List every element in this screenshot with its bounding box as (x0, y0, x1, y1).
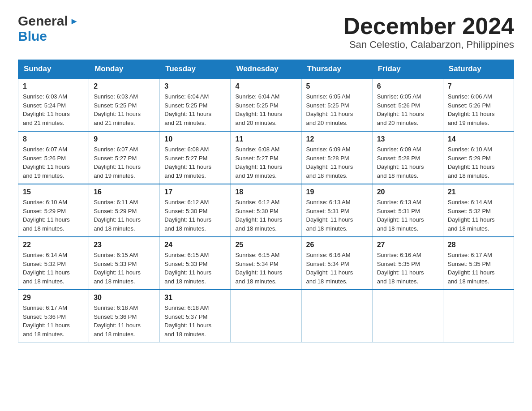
title-block: December 2024 San Celestio, Calabarzon, … (343, 13, 514, 51)
calendar-cell: 5 Sunrise: 6:05 AMSunset: 5:25 PMDayligh… (301, 78, 372, 131)
day-info: Sunrise: 6:07 AMSunset: 5:26 PMDaylight:… (23, 146, 70, 179)
calendar-cell: 4 Sunrise: 6:04 AMSunset: 5:25 PMDayligh… (231, 78, 301, 131)
calendar-cell: 22 Sunrise: 6:14 AMSunset: 5:32 PMDaylig… (18, 237, 89, 290)
day-number: 28 (448, 241, 509, 249)
day-info: Sunrise: 6:18 AMSunset: 5:36 PMDaylight:… (94, 304, 141, 338)
day-info: Sunrise: 6:09 AMSunset: 5:28 PMDaylight:… (306, 146, 353, 179)
day-info: Sunrise: 6:13 AMSunset: 5:31 PMDaylight:… (377, 199, 424, 232)
day-number: 10 (164, 135, 226, 143)
logo-blue: Blue (18, 29, 47, 43)
calendar-cell: 2 Sunrise: 6:03 AMSunset: 5:25 PMDayligh… (89, 78, 160, 131)
calendar-cell: 18 Sunrise: 6:12 AMSunset: 5:30 PMDaylig… (231, 184, 301, 237)
calendar-cell (301, 290, 372, 342)
day-info: Sunrise: 6:10 AMSunset: 5:29 PMDaylight:… (448, 146, 495, 179)
day-info: Sunrise: 6:12 AMSunset: 5:30 PMDaylight:… (164, 199, 211, 232)
calendar-week-3: 15 Sunrise: 6:10 AMSunset: 5:29 PMDaylig… (18, 184, 514, 237)
day-number: 12 (306, 135, 368, 143)
day-info: Sunrise: 6:04 AMSunset: 5:25 PMDaylight:… (235, 93, 282, 126)
day-info: Sunrise: 6:18 AMSunset: 5:37 PMDaylight:… (164, 304, 211, 338)
day-number: 13 (377, 135, 438, 143)
day-number: 27 (377, 241, 438, 249)
day-number: 2 (94, 82, 155, 90)
logo-arrow-icon: ► (70, 16, 79, 26)
calendar-cell: 11 Sunrise: 6:08 AMSunset: 5:27 PMDaylig… (231, 131, 301, 184)
day-info: Sunrise: 6:03 AMSunset: 5:25 PMDaylight:… (94, 93, 141, 126)
day-info: Sunrise: 6:16 AMSunset: 5:34 PMDaylight:… (306, 252, 353, 285)
day-info: Sunrise: 6:08 AMSunset: 5:27 PMDaylight:… (235, 146, 282, 179)
calendar-cell: 1 Sunrise: 6:03 AMSunset: 5:24 PMDayligh… (18, 78, 89, 131)
day-info: Sunrise: 6:16 AMSunset: 5:35 PMDaylight:… (377, 252, 424, 285)
day-info: Sunrise: 6:03 AMSunset: 5:24 PMDaylight:… (23, 93, 70, 126)
calendar-cell: 20 Sunrise: 6:13 AMSunset: 5:31 PMDaylig… (372, 184, 443, 237)
calendar-header-friday: Friday (372, 60, 443, 79)
day-info: Sunrise: 6:15 AMSunset: 5:34 PMDaylight:… (235, 252, 282, 285)
day-number: 26 (306, 241, 368, 249)
calendar-cell: 25 Sunrise: 6:15 AMSunset: 5:34 PMDaylig… (231, 237, 301, 290)
day-info: Sunrise: 6:09 AMSunset: 5:28 PMDaylight:… (377, 146, 424, 179)
day-info: Sunrise: 6:06 AMSunset: 5:26 PMDaylight:… (448, 93, 495, 126)
calendar-header-saturday: Saturday (443, 60, 514, 79)
page-title: December 2024 (343, 13, 514, 39)
day-info: Sunrise: 6:05 AMSunset: 5:25 PMDaylight:… (306, 93, 353, 126)
day-number: 19 (306, 188, 368, 196)
day-number: 3 (164, 82, 226, 90)
calendar-cell: 19 Sunrise: 6:13 AMSunset: 5:31 PMDaylig… (301, 184, 372, 237)
calendar-header-thursday: Thursday (301, 60, 372, 79)
calendar-week-2: 8 Sunrise: 6:07 AMSunset: 5:26 PMDayligh… (18, 131, 514, 184)
calendar-cell: 14 Sunrise: 6:10 AMSunset: 5:29 PMDaylig… (443, 131, 514, 184)
day-number: 15 (23, 188, 84, 196)
calendar-table: SundayMondayTuesdayWednesdayThursdayFrid… (18, 60, 514, 342)
calendar-cell (231, 290, 301, 342)
calendar-cell: 13 Sunrise: 6:09 AMSunset: 5:28 PMDaylig… (372, 131, 443, 184)
calendar-cell: 12 Sunrise: 6:09 AMSunset: 5:28 PMDaylig… (301, 131, 372, 184)
day-number: 11 (235, 135, 296, 143)
day-info: Sunrise: 6:15 AMSunset: 5:33 PMDaylight:… (164, 252, 211, 285)
calendar-cell: 29 Sunrise: 6:17 AMSunset: 5:36 PMDaylig… (18, 290, 89, 342)
day-number: 20 (377, 188, 438, 196)
calendar-header-tuesday: Tuesday (160, 60, 231, 79)
day-info: Sunrise: 6:17 AMSunset: 5:36 PMDaylight:… (23, 304, 70, 338)
calendar-header-sunday: Sunday (18, 60, 89, 79)
calendar-cell: 24 Sunrise: 6:15 AMSunset: 5:33 PMDaylig… (160, 237, 231, 290)
calendar-week-5: 29 Sunrise: 6:17 AMSunset: 5:36 PMDaylig… (18, 290, 514, 342)
page-header: General ► Blue December 2024 San Celesti… (18, 13, 514, 51)
calendar-cell: 15 Sunrise: 6:10 AMSunset: 5:29 PMDaylig… (18, 184, 89, 237)
calendar-header-wednesday: Wednesday (231, 60, 301, 79)
calendar-cell: 31 Sunrise: 6:18 AMSunset: 5:37 PMDaylig… (160, 290, 231, 342)
calendar-cell: 16 Sunrise: 6:11 AMSunset: 5:29 PMDaylig… (89, 184, 160, 237)
day-number: 30 (94, 294, 155, 302)
day-number: 18 (235, 188, 296, 196)
day-number: 14 (448, 135, 509, 143)
calendar-cell: 30 Sunrise: 6:18 AMSunset: 5:36 PMDaylig… (89, 290, 160, 342)
day-number: 9 (94, 135, 155, 143)
day-info: Sunrise: 6:08 AMSunset: 5:27 PMDaylight:… (164, 146, 211, 179)
day-info: Sunrise: 6:04 AMSunset: 5:25 PMDaylight:… (164, 93, 211, 126)
calendar-header-monday: Monday (89, 60, 160, 79)
day-info: Sunrise: 6:14 AMSunset: 5:32 PMDaylight:… (23, 252, 70, 285)
day-number: 17 (164, 188, 226, 196)
day-number: 25 (235, 241, 296, 249)
calendar-cell: 28 Sunrise: 6:17 AMSunset: 5:35 PMDaylig… (443, 237, 514, 290)
calendar-cell (443, 290, 514, 342)
day-number: 7 (448, 82, 509, 90)
day-number: 29 (23, 294, 84, 302)
day-number: 24 (164, 241, 226, 249)
day-info: Sunrise: 6:12 AMSunset: 5:30 PMDaylight:… (235, 199, 282, 232)
calendar-week-1: 1 Sunrise: 6:03 AMSunset: 5:24 PMDayligh… (18, 78, 514, 131)
calendar-cell: 17 Sunrise: 6:12 AMSunset: 5:30 PMDaylig… (160, 184, 231, 237)
day-info: Sunrise: 6:05 AMSunset: 5:26 PMDaylight:… (377, 93, 424, 126)
day-info: Sunrise: 6:11 AMSunset: 5:29 PMDaylight:… (94, 199, 141, 232)
day-number: 16 (94, 188, 155, 196)
calendar-cell: 27 Sunrise: 6:16 AMSunset: 5:35 PMDaylig… (372, 237, 443, 290)
day-number: 1 (23, 82, 84, 90)
day-info: Sunrise: 6:10 AMSunset: 5:29 PMDaylight:… (23, 199, 70, 232)
day-number: 6 (377, 82, 438, 90)
day-number: 23 (94, 241, 155, 249)
day-info: Sunrise: 6:13 AMSunset: 5:31 PMDaylight:… (306, 199, 353, 232)
calendar-cell (372, 290, 443, 342)
day-number: 4 (235, 82, 296, 90)
calendar-cell: 21 Sunrise: 6:14 AMSunset: 5:32 PMDaylig… (443, 184, 514, 237)
day-info: Sunrise: 6:15 AMSunset: 5:33 PMDaylight:… (94, 252, 141, 285)
calendar-cell: 3 Sunrise: 6:04 AMSunset: 5:25 PMDayligh… (160, 78, 231, 131)
day-info: Sunrise: 6:17 AMSunset: 5:35 PMDaylight:… (448, 252, 495, 285)
